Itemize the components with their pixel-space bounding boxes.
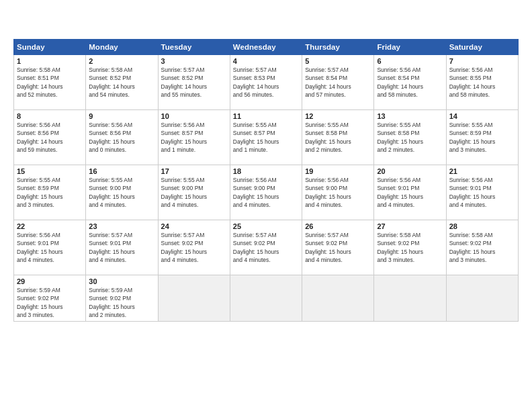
day-info: Sunrise: 5:57 AM Sunset: 9:02 PM Dayligh… — [161, 231, 227, 264]
day-number: 22 — [17, 222, 83, 230]
day-number: 1 — [17, 57, 83, 65]
calendar-cell: 12Sunrise: 5:55 AM Sunset: 8:58 PM Dayli… — [302, 110, 374, 165]
day-number: 6 — [377, 57, 443, 65]
day-number: 16 — [89, 167, 154, 175]
calendar-cell: 23Sunrise: 5:57 AM Sunset: 9:01 PM Dayli… — [86, 220, 158, 275]
day-number: 21 — [449, 167, 515, 175]
calendar-cell: 28Sunrise: 5:58 AM Sunset: 9:02 PM Dayli… — [446, 220, 518, 275]
calendar-cell: 21Sunrise: 5:56 AM Sunset: 9:01 PM Dayli… — [446, 165, 518, 220]
calendar-cell: 11Sunrise: 5:55 AM Sunset: 8:57 PM Dayli… — [230, 110, 302, 165]
day-info: Sunrise: 5:58 AM Sunset: 9:02 PM Dayligh… — [377, 231, 443, 264]
day-number: 19 — [305, 167, 371, 175]
day-info: Sunrise: 5:59 AM Sunset: 9:02 PM Dayligh… — [89, 286, 154, 319]
weekday-header-row: SundayMondayTuesdayWednesdayThursdayFrid… — [14, 40, 519, 55]
day-number: 29 — [17, 277, 83, 285]
day-number: 12 — [305, 112, 371, 120]
calendar-cell: 5Sunrise: 5:57 AM Sunset: 8:54 PM Daylig… — [302, 55, 374, 110]
day-info: Sunrise: 5:55 AM Sunset: 8:57 PM Dayligh… — [233, 121, 299, 154]
day-info: Sunrise: 5:56 AM Sunset: 9:01 PM Dayligh… — [449, 176, 515, 209]
day-number: 14 — [449, 112, 515, 120]
logo-icon — [13, 12, 23, 32]
day-info: Sunrise: 5:55 AM Sunset: 8:58 PM Dayligh… — [377, 121, 443, 154]
day-info: Sunrise: 5:56 AM Sunset: 8:56 PM Dayligh… — [17, 121, 83, 154]
day-info: Sunrise: 5:59 AM Sunset: 9:02 PM Dayligh… — [17, 286, 83, 319]
calendar-cell: 8Sunrise: 5:56 AM Sunset: 8:56 PM Daylig… — [14, 110, 86, 165]
calendar-cell: 2Sunrise: 5:58 AM Sunset: 8:52 PM Daylig… — [86, 55, 158, 110]
calendar-cell: 19Sunrise: 5:56 AM Sunset: 9:00 PM Dayli… — [302, 165, 374, 220]
calendar-cell — [158, 275, 230, 322]
calendar-cell — [446, 275, 518, 322]
calendar-cell: 14Sunrise: 5:55 AM Sunset: 8:59 PM Dayli… — [446, 110, 518, 165]
day-info: Sunrise: 5:56 AM Sunset: 8:55 PM Dayligh… — [449, 66, 515, 99]
calendar-cell: 17Sunrise: 5:55 AM Sunset: 9:00 PM Dayli… — [158, 165, 230, 220]
day-info: Sunrise: 5:55 AM Sunset: 9:00 PM Dayligh… — [161, 176, 227, 209]
page: SundayMondayTuesdayWednesdayThursdayFrid… — [0, 0, 532, 411]
day-number: 24 — [161, 222, 227, 230]
day-info: Sunrise: 5:56 AM Sunset: 9:00 PM Dayligh… — [305, 176, 371, 209]
calendar-cell: 7Sunrise: 5:56 AM Sunset: 8:55 PM Daylig… — [446, 55, 518, 110]
calendar-cell — [302, 275, 374, 322]
logo — [13, 12, 26, 32]
day-number: 9 — [89, 112, 154, 120]
calendar-cell: 15Sunrise: 5:55 AM Sunset: 8:59 PM Dayli… — [14, 165, 86, 220]
calendar-cell: 18Sunrise: 5:56 AM Sunset: 9:00 PM Dayli… — [230, 165, 302, 220]
day-number: 25 — [233, 222, 299, 230]
day-info: Sunrise: 5:57 AM Sunset: 9:02 PM Dayligh… — [233, 231, 299, 264]
day-info: Sunrise: 5:57 AM Sunset: 9:01 PM Dayligh… — [89, 231, 154, 264]
calendar-cell: 10Sunrise: 5:56 AM Sunset: 8:57 PM Dayli… — [158, 110, 230, 165]
day-info: Sunrise: 5:56 AM Sunset: 8:56 PM Dayligh… — [89, 121, 154, 154]
calendar-cell: 29Sunrise: 5:59 AM Sunset: 9:02 PM Dayli… — [14, 275, 86, 322]
day-number: 28 — [449, 222, 515, 230]
calendar-cell: 9Sunrise: 5:56 AM Sunset: 8:56 PM Daylig… — [86, 110, 158, 165]
calendar-cell: 25Sunrise: 5:57 AM Sunset: 9:02 PM Dayli… — [230, 220, 302, 275]
day-info: Sunrise: 5:56 AM Sunset: 9:01 PM Dayligh… — [377, 176, 443, 209]
day-number: 11 — [233, 112, 299, 120]
day-number: 18 — [233, 167, 299, 175]
calendar-cell: 22Sunrise: 5:56 AM Sunset: 9:01 PM Dayli… — [14, 220, 86, 275]
day-number: 2 — [89, 57, 154, 65]
day-info: Sunrise: 5:55 AM Sunset: 8:59 PM Dayligh… — [449, 121, 515, 154]
day-number: 17 — [161, 167, 227, 175]
day-number: 13 — [377, 112, 443, 120]
day-number: 4 — [233, 57, 299, 65]
calendar-cell: 6Sunrise: 5:56 AM Sunset: 8:54 PM Daylig… — [374, 55, 446, 110]
calendar-cell: 27Sunrise: 5:58 AM Sunset: 9:02 PM Dayli… — [374, 220, 446, 275]
calendar-cell — [230, 275, 302, 322]
day-info: Sunrise: 5:55 AM Sunset: 9:00 PM Dayligh… — [89, 176, 154, 209]
day-info: Sunrise: 5:56 AM Sunset: 9:01 PM Dayligh… — [17, 231, 83, 264]
calendar-cell: 16Sunrise: 5:55 AM Sunset: 9:00 PM Dayli… — [86, 165, 158, 220]
weekday-header-friday: Friday — [374, 40, 446, 55]
calendar-table: SundayMondayTuesdayWednesdayThursdayFrid… — [13, 39, 519, 322]
weekday-header-wednesday: Wednesday — [230, 40, 302, 55]
day-number: 3 — [161, 57, 227, 65]
day-number: 5 — [305, 57, 371, 65]
weekday-header-thursday: Thursday — [302, 40, 374, 55]
day-number: 10 — [161, 112, 227, 120]
day-number: 23 — [89, 222, 154, 230]
day-info: Sunrise: 5:57 AM Sunset: 9:02 PM Dayligh… — [305, 231, 371, 264]
day-number: 20 — [377, 167, 443, 175]
day-info: Sunrise: 5:58 AM Sunset: 9:02 PM Dayligh… — [449, 231, 515, 264]
day-info: Sunrise: 5:56 AM Sunset: 9:00 PM Dayligh… — [233, 176, 299, 209]
weekday-header-sunday: Sunday — [14, 40, 86, 55]
day-number: 30 — [89, 277, 154, 285]
day-number: 15 — [17, 167, 83, 175]
calendar-cell: 1Sunrise: 5:58 AM Sunset: 8:51 PM Daylig… — [14, 55, 86, 110]
day-info: Sunrise: 5:55 AM Sunset: 8:59 PM Dayligh… — [17, 176, 83, 209]
day-info: Sunrise: 5:56 AM Sunset: 8:57 PM Dayligh… — [161, 121, 227, 154]
calendar-cell: 4Sunrise: 5:57 AM Sunset: 8:53 PM Daylig… — [230, 55, 302, 110]
weekday-header-monday: Monday — [86, 40, 158, 55]
weekday-header-tuesday: Tuesday — [158, 40, 230, 55]
calendar-cell: 26Sunrise: 5:57 AM Sunset: 9:02 PM Dayli… — [302, 220, 374, 275]
day-info: Sunrise: 5:57 AM Sunset: 8:52 PM Dayligh… — [161, 66, 227, 99]
day-info: Sunrise: 5:56 AM Sunset: 8:54 PM Dayligh… — [377, 66, 443, 99]
day-info: Sunrise: 5:55 AM Sunset: 8:58 PM Dayligh… — [305, 121, 371, 154]
day-info: Sunrise: 5:57 AM Sunset: 8:54 PM Dayligh… — [305, 66, 371, 99]
header — [13, 12, 519, 32]
day-number: 8 — [17, 112, 83, 120]
calendar-cell — [374, 275, 446, 322]
calendar-cell: 20Sunrise: 5:56 AM Sunset: 9:01 PM Dayli… — [374, 165, 446, 220]
day-number: 27 — [377, 222, 443, 230]
day-number: 26 — [305, 222, 371, 230]
day-info: Sunrise: 5:57 AM Sunset: 8:53 PM Dayligh… — [233, 66, 299, 99]
